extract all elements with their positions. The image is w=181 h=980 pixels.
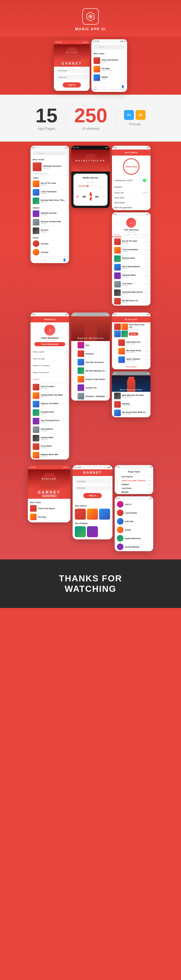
search-bar-home[interactable]: ⌕ Search — [93, 45, 125, 49]
username-input[interactable] — [56, 68, 88, 73]
search-track-3[interactable]: Burning Heart (from "Rocky IV") Survivor — [30, 197, 69, 205]
ra-n-5: Hayley Westenna — [125, 538, 151, 539]
setting-wifi[interactable]: Loading only on Wi-Fi — [112, 178, 151, 183]
tab-albums-artist[interactable]: ALBUMS — [122, 233, 131, 237]
menu-about-app[interactable]: About the app — [30, 355, 69, 362]
subscribe-button[interactable]: Subscribe/activate — [34, 342, 65, 346]
tab-playlist-tab[interactable]: PLAYLIST — [141, 233, 151, 237]
setting-about[interactable]: About the application — [112, 205, 151, 210]
tab-search[interactable]: Search — [100, 84, 109, 91]
password-input[interactable] — [56, 75, 88, 80]
tab-artist-tab[interactable]: ARTIST — [131, 233, 141, 237]
rt-back[interactable]: ‹ — [117, 470, 118, 473]
tab-favorites[interactable]: Favorites — [109, 84, 118, 91]
menu-address[interactable]: Address The Nation — [30, 362, 69, 369]
pl-track-2[interactable]: 2 My Songs Know Fall Out Boy 3:28 — [112, 347, 151, 356]
artist-track-3[interactable]: Burning Heart Survivor 3:47 — [112, 255, 151, 263]
profile-track-1[interactable]: Live In London Bon Jovi — [30, 383, 69, 391]
l2-username[interactable] — [75, 479, 110, 484]
right-artist-4[interactable]: Ashley — [115, 526, 153, 534]
profile-track-5[interactable]: Two Thousand Fires H.E.A.T — [30, 417, 69, 426]
profile-track-7[interactable]: Indestructible Disturbed — [30, 434, 69, 442]
hayley-track-4[interactable]: 4 My Heart Belongs To You — [71, 366, 110, 375]
right-artist-3[interactable]: John Doe — [115, 517, 153, 526]
ll-track-1[interactable]: Point of No Return — [28, 504, 70, 513]
profile-track-6[interactable]: Immortalized Disturbed — [30, 426, 69, 434]
tab-home[interactable]: Home — [91, 84, 100, 91]
setting-eq[interactable]: Equalizer — [112, 183, 151, 190]
s-art-2 — [33, 189, 39, 196]
right-artist-1[interactable]: H.E.A.T — [115, 500, 153, 509]
menu-history[interactable]: History action — [30, 348, 69, 355]
menu-report[interactable]: Report the account — [30, 369, 69, 376]
prev-button[interactable]: ⏮ — [82, 194, 86, 199]
sr-track-2[interactable]: Sinfonia Fall Out Boy — [112, 400, 151, 409]
repeat-button[interactable]: ↺ — [103, 194, 105, 198]
hayley-track-3[interactable]: 3 Hey, Did You Know? — [71, 358, 110, 366]
signin-button[interactable]: Sign In — [63, 82, 81, 88]
setting-clear-cache[interactable]: Clear cache — [112, 195, 151, 200]
tab-h[interactable]: ⌂ — [30, 258, 40, 262]
l2-password[interactable] — [75, 485, 110, 490]
artist-track-1[interactable]: Eye Of The Tiger Survivor 4:05 — [112, 238, 151, 246]
tab-s[interactable]: ⌕ — [40, 258, 50, 262]
shuffle-button[interactable]: ⇄ — [76, 194, 79, 198]
artist-track-6[interactable]: Love Hurts Nazareth 3:51 — [112, 280, 151, 289]
hayley-track-6[interactable]: 6 Summer Fly — [71, 383, 110, 392]
artist-track-5[interactable]: Separate Ways Journey 5:26 — [112, 272, 151, 280]
artist-track-2[interactable]: I Can't Hold Back Survivor 4:12 — [112, 246, 151, 255]
right-artist-6[interactable]: George Michael — [115, 542, 153, 551]
right-artist-2[interactable]: Lana Del Ray — [115, 509, 153, 517]
search-album-3[interactable]: Survivor Survivor — [30, 227, 69, 235]
search-artist-1[interactable]: Survivor — [30, 240, 69, 248]
track-item-3[interactable]: Albany Various — [91, 73, 127, 82]
search-track-1[interactable]: Eye Of The Tiger Survivor — [30, 180, 69, 188]
hayley-track-7[interactable]: 7 Doorman - Rudkabye Mountain — [71, 392, 110, 401]
more-playlist-btn[interactable]: More playlist — [114, 366, 149, 368]
rt-track-1[interactable]: 1 Get That Far 3:42 — [115, 475, 153, 479]
progress-bar[interactable]: 1:10 3:24 — [76, 185, 105, 190]
hayley-track-5[interactable]: 5 Dream A Little Dream — [71, 375, 110, 383]
right-artist-5[interactable]: Hayley Westenna — [115, 534, 153, 542]
wifi-toggle[interactable] — [143, 179, 148, 182]
profile-track-9[interactable]: Slippery When Wet Bon Jovi — [30, 451, 69, 460]
pl-track-1[interactable]: 1 Save Rock and Roll Fall Out Boy 3:51 — [112, 339, 151, 347]
track-item-1[interactable]: Point of No Return Survivor — [91, 57, 127, 65]
user-icon — [121, 85, 124, 88]
setting-clear-history[interactable]: Clear history — [112, 200, 151, 205]
search-album-2[interactable]: Survivor Greatest Hits Survivor — [30, 218, 69, 227]
tab-f[interactable]: ♡ — [50, 258, 59, 262]
profile-track-4[interactable]: Freedom Rock H.E.A.T — [30, 409, 69, 417]
profile-track-2[interactable]: Tearing Down The Walls H.E.A.T — [30, 391, 69, 400]
setting-cache-size[interactable]: Cache size 320MB — [112, 190, 151, 195]
search-track-2[interactable]: I Can't Hold Back Survivor — [30, 188, 69, 197]
tab-p[interactable]: 👤 — [59, 258, 69, 262]
l2-signin[interactable]: Sign In — [83, 493, 102, 498]
search-bar[interactable]: ⌕ Search — [33, 151, 67, 155]
artist-track-7[interactable]: Something Big Strong Various 3:22 — [112, 289, 151, 297]
best-result-item[interactable]: Ultimate Survivor Survivor — [30, 161, 69, 172]
hayley-track-1[interactable]: 1 Run — [71, 341, 110, 350]
play-all-button[interactable]: ▶ Play — [129, 332, 138, 336]
profile-track-3[interactable]: Address The Nation H.E.A.T — [30, 400, 69, 409]
pl-track-3[interactable]: 3 Alone Together Fall Out Boy 2:43 — [112, 356, 151, 364]
rt-track-3[interactable]: 3 Original 4:01 — [115, 483, 153, 487]
sr-track-1[interactable]: Who Will Stop The Rain Fall Out Boy — [112, 392, 151, 400]
play-button[interactable]: ▶ — [90, 192, 92, 201]
artist-track-8[interactable]: We Will Never Go Various 4:03 — [112, 297, 151, 305]
hayley-track-2[interactable]: 2 Odyssey — [71, 350, 110, 358]
rt-track-2[interactable]: 2 Jesus Love (feat. Tobymc) 3:55 — [115, 479, 153, 483]
menu-logout[interactable]: Log Out — [30, 376, 69, 383]
tab-songs-artist[interactable]: SONGS — [112, 233, 122, 237]
sr-track-3[interactable]: My Gonna Show What You Are To The World … — [112, 409, 151, 417]
tab-profile[interactable]: Profile — [118, 84, 127, 91]
rt-track-4[interactable]: 4 Love Song 3:18 — [115, 487, 153, 490]
artist-track-4[interactable]: Don't Stop Believin' Journey 4:11 — [112, 263, 151, 272]
rt-track-5[interactable]: 5 Remain 3:47 — [115, 490, 153, 494]
profile-track-8[interactable]: Cross Road Bon Jovi — [30, 442, 69, 451]
search-album-1[interactable]: Ultimate Survivor Survivor — [30, 210, 69, 218]
ll-track-2[interactable]: Fly Away — [28, 513, 70, 521]
search-artist-2[interactable]: Summer — [30, 248, 69, 256]
track-item-2[interactable]: Fly Away Lenny Kravitz — [91, 65, 127, 73]
next-button[interactable]: ⏭ — [95, 194, 99, 199]
